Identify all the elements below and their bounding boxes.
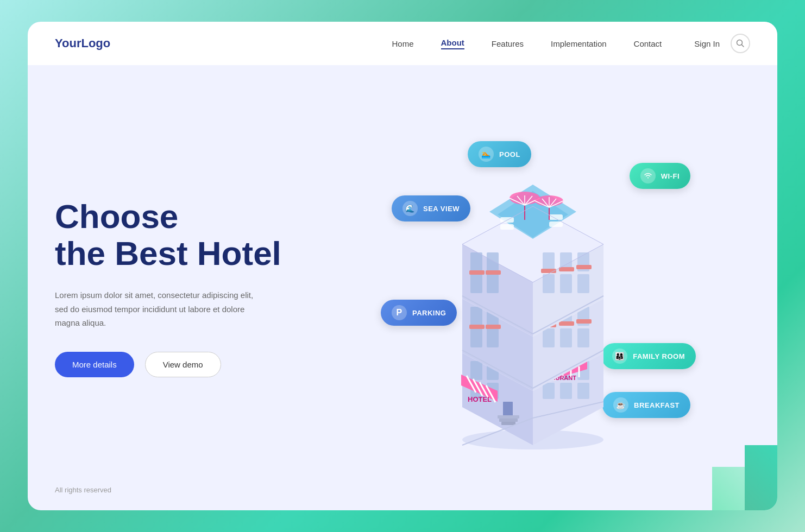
svg-rect-53 xyxy=(486,325,501,329)
nav-contact[interactable]: Contact xyxy=(634,39,662,48)
svg-rect-42 xyxy=(470,328,482,347)
svg-rect-31 xyxy=(503,402,513,417)
nav-features[interactable]: Features xyxy=(492,39,524,48)
nav-about[interactable]: About xyxy=(441,38,464,49)
svg-rect-14 xyxy=(543,383,555,399)
svg-rect-55 xyxy=(559,321,574,326)
svg-rect-68 xyxy=(560,274,572,293)
nav-implementation[interactable]: Implementation xyxy=(551,39,607,48)
seaview-icon: 🌊 xyxy=(402,201,418,216)
svg-rect-48 xyxy=(560,328,572,347)
svg-rect-34 xyxy=(501,422,515,425)
svg-rect-60 xyxy=(470,252,482,271)
nav-home[interactable]: Home xyxy=(392,39,413,48)
svg-rect-32 xyxy=(498,415,519,419)
more-details-button[interactable]: More details xyxy=(55,352,134,377)
svg-rect-64 xyxy=(543,252,555,271)
svg-rect-47 xyxy=(543,328,555,347)
svg-point-2 xyxy=(647,178,649,179)
svg-rect-43 xyxy=(487,328,499,347)
svg-rect-69 xyxy=(577,274,589,293)
svg-rect-74 xyxy=(576,265,592,269)
svg-rect-40 xyxy=(470,307,482,326)
hero-title: Choosethe Best Hotel xyxy=(55,198,310,272)
svg-text:HOTEL: HOTEL xyxy=(468,395,492,403)
nav-right: Sign In xyxy=(694,34,750,53)
view-demo-button[interactable]: View demo xyxy=(145,352,221,377)
hotel-illustration: 🏊 POOL 🌊 SEA VIEW WI-FI xyxy=(375,109,701,478)
svg-rect-52 xyxy=(469,325,485,329)
button-row: More details View demo xyxy=(55,352,310,377)
search-button[interactable] xyxy=(731,34,750,53)
logo: YourLogo xyxy=(55,36,110,50)
svg-rect-63 xyxy=(487,274,499,293)
svg-rect-62 xyxy=(470,274,482,293)
right-section: 🏊 POOL 🌊 SEA VIEW WI-FI xyxy=(326,65,750,510)
tag-wifi-label: WI-FI xyxy=(661,172,680,180)
svg-rect-79 xyxy=(500,217,514,223)
svg-rect-61 xyxy=(487,252,499,271)
hero-description: Lorem ipsum dolor sit amet, consectetur … xyxy=(55,288,261,330)
navbar: YourLogo Home About Features Implementat… xyxy=(28,22,777,65)
page-wrapper: YourLogo Home About Features Implementat… xyxy=(28,22,777,510)
svg-rect-16 xyxy=(577,383,589,399)
svg-rect-7 xyxy=(470,361,482,380)
nav-links: Home About Features Implementation Conta… xyxy=(392,38,662,49)
sign-in-link[interactable]: Sign In xyxy=(694,39,720,48)
svg-rect-73 xyxy=(559,267,574,271)
svg-rect-67 xyxy=(543,274,555,293)
parking-icon: P xyxy=(392,305,407,320)
left-section: Choosethe Best Hotel Lorem ipsum dolor s… xyxy=(55,198,326,377)
search-icon xyxy=(736,39,745,48)
svg-rect-70 xyxy=(469,270,485,275)
svg-rect-49 xyxy=(577,328,589,347)
svg-rect-71 xyxy=(486,270,501,275)
svg-rect-82 xyxy=(549,221,563,227)
svg-rect-80 xyxy=(500,224,514,230)
footer-copyright: All rights reserved xyxy=(55,486,111,494)
svg-rect-33 xyxy=(499,419,518,422)
svg-line-1 xyxy=(742,45,744,47)
hotel-building-svg: HOTEL RESTAURANT xyxy=(419,125,647,453)
svg-rect-81 xyxy=(549,214,563,220)
svg-rect-15 xyxy=(560,383,572,399)
main-content: Choosethe Best Hotel Lorem ipsum dolor s… xyxy=(28,65,777,510)
svg-rect-56 xyxy=(576,319,592,324)
